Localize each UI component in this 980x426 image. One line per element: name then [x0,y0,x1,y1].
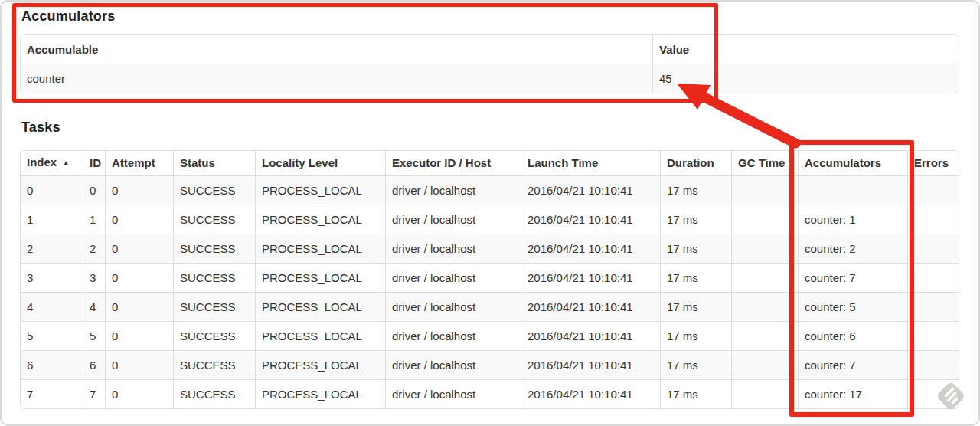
cell-attempt: 0 [106,264,174,293]
cell-id: 7 [83,380,106,408]
col-header-accumulable: Accumulable [21,35,653,64]
cell-attempt: 0 [106,176,174,205]
cell-gc-time [732,205,799,234]
cell-launch-time: 2016/04/21 10:10:41 [521,176,661,205]
cell-executor-id-host: driver / localhost [386,293,521,322]
accumulator-row: counter 45 [21,64,959,93]
cell-id: 1 [83,205,106,234]
cell-index: 2 [21,234,83,264]
cell-duration: 17 ms [661,205,732,234]
cell-errors [908,205,959,234]
cell-id: 3 [83,264,106,293]
cell-executor-id-host: driver / localhost [386,351,521,380]
cell-id: 5 [83,322,106,351]
cell-executor-id-host: driver / localhost [386,205,521,234]
cell-attempt: 0 [106,205,174,234]
cell-locality-level: PROCESS_LOCAL [256,322,386,351]
col-header-index[interactable]: Index▲ [21,151,83,176]
col-header-accumulators[interactable]: Accumulators [799,151,908,176]
cell-gc-time [732,234,799,264]
cell-status: SUCCESS [174,264,256,293]
cell-status: SUCCESS [174,176,256,205]
cell-accumulators [799,176,908,205]
cell-launch-time: 2016/04/21 10:10:41 [521,234,661,264]
col-header-attempt[interactable]: Attempt [106,151,174,176]
cell-accumulators: counter: 2 [799,234,908,264]
accumulators-section-title: Accumulators [21,8,115,25]
cell-locality-level: PROCESS_LOCAL [256,293,386,322]
cell-id: 6 [83,351,106,380]
cell-launch-time: 2016/04/21 10:10:41 [521,293,661,322]
cell-status: SUCCESS [174,322,256,351]
col-header-status[interactable]: Status [174,151,256,176]
cell-gc-time [732,351,799,380]
cell-index: 7 [21,380,83,408]
cell-errors [908,264,959,293]
cell-duration: 17 ms [661,234,732,264]
cell-index: 5 [21,322,83,351]
cell-executor-id-host: driver / localhost [386,380,521,408]
cell-index: 3 [21,264,83,293]
cell-launch-time: 2016/04/21 10:10:41 [521,380,661,408]
task-row: 6 6 0 SUCCESS PROCESS_LOCAL driver / loc… [21,351,959,380]
task-row: 0 0 0 SUCCESS PROCESS_LOCAL driver / loc… [21,176,959,205]
cell-status: SUCCESS [174,380,256,408]
cell-status: SUCCESS [174,351,256,380]
cell-locality-level: PROCESS_LOCAL [256,264,386,293]
cell-errors [908,380,959,408]
col-header-errors[interactable]: Errors [908,151,959,176]
cell-errors [908,351,959,380]
cell-duration: 17 ms [661,380,732,408]
cell-errors [908,234,959,264]
task-row: 5 5 0 SUCCESS PROCESS_LOCAL driver / loc… [21,322,959,351]
cell-status: SUCCESS [174,293,256,322]
cell-gc-time [732,322,799,351]
cell-gc-time [732,176,799,205]
task-row: 3 3 0 SUCCESS PROCESS_LOCAL driver / loc… [21,264,959,293]
cell-executor-id-host: driver / localhost [386,234,521,264]
cell-locality-level: PROCESS_LOCAL [256,205,386,234]
cell-duration: 17 ms [661,322,732,351]
cell-id: 4 [83,293,106,322]
tasks-section-title: Tasks [21,120,60,136]
cell-gc-time [732,264,799,293]
cell-accumulators: counter: 5 [799,293,908,322]
cell-status: SUCCESS [174,205,256,234]
cell-attempt: 0 [106,293,174,322]
cell-duration: 17 ms [661,264,732,293]
tasks-table: Index▲ ID Attempt Status Locality Level … [20,150,959,409]
cell-launch-time: 2016/04/21 10:10:41 [521,264,661,293]
col-header-duration[interactable]: Duration [661,151,732,176]
cell-index: 6 [21,351,83,380]
cell-index: 0 [21,176,83,205]
cell-id: 2 [83,234,106,264]
cell-errors [908,293,959,322]
cell-attempt: 0 [106,380,174,408]
col-header-gc-time[interactable]: GC Time [732,151,799,176]
col-header-launch-time[interactable]: Launch Time [521,151,661,176]
cell-locality-level: PROCESS_LOCAL [256,176,386,205]
cell-gc-time [732,293,799,322]
task-row: 4 4 0 SUCCESS PROCESS_LOCAL driver / loc… [21,293,959,322]
task-row: 2 2 0 SUCCESS PROCESS_LOCAL driver / loc… [21,234,959,264]
col-header-value: Value [653,35,959,64]
col-header-id[interactable]: ID [83,151,106,176]
col-header-executor-id-host[interactable]: Executor ID / Host [386,151,521,176]
cell-accumulable-name: counter [21,64,653,93]
cell-attempt: 0 [106,351,174,380]
tasks-header-row: Index▲ ID Attempt Status Locality Level … [21,151,959,176]
cell-executor-id-host: driver / localhost [386,264,521,293]
cell-locality-level: PROCESS_LOCAL [256,234,386,264]
cell-accumulators: counter: 7 [799,264,908,293]
cell-locality-level: PROCESS_LOCAL [256,351,386,380]
col-header-locality-level[interactable]: Locality Level [256,151,386,176]
cell-id: 0 [83,176,106,205]
cell-locality-level: PROCESS_LOCAL [256,380,386,408]
cell-launch-time: 2016/04/21 10:10:41 [521,351,661,380]
cell-duration: 17 ms [661,351,732,380]
cell-attempt: 0 [106,322,174,351]
cell-executor-id-host: driver / localhost [386,322,521,351]
accumulators-header-row: Accumulable Value [21,35,959,64]
cell-status: SUCCESS [174,234,256,264]
cell-index: 4 [21,293,83,322]
